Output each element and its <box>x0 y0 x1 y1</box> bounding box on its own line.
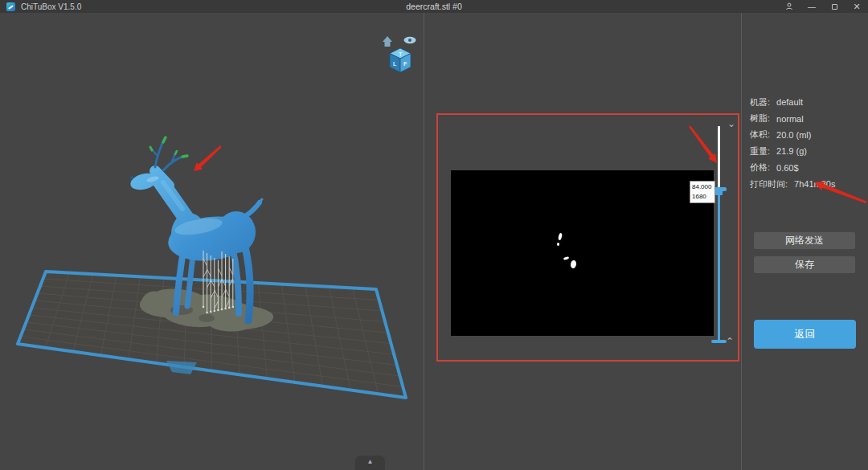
expand-triangle-icon: ▲ <box>367 458 374 465</box>
print-time-value: 7h41m30s <box>794 179 835 189</box>
resin-value: normal <box>776 114 804 124</box>
build-platform <box>18 272 406 398</box>
shadow-hole <box>199 314 215 322</box>
slice-region <box>570 260 577 268</box>
support-lattice[interactable] <box>203 251 234 313</box>
app-title: ChiTuBox V1.5.0 <box>21 2 81 11</box>
print-time-label: 打印时间: <box>750 178 788 190</box>
document-title: deercraft.stl #0 <box>406 0 461 13</box>
volume-value: 20.0 (ml) <box>776 130 811 140</box>
layer-slider-endcap <box>711 340 727 343</box>
slice-region <box>563 256 570 260</box>
print-info-panel: 机器: default 树脂: normal 体积: 20.0 (ml) 重量:… <box>750 94 835 192</box>
chevron-up-icon[interactable]: ⌃ <box>726 337 734 345</box>
maximize-icon <box>832 4 837 10</box>
slice-layer-image[interactable] <box>451 170 714 336</box>
slice-region <box>558 233 563 241</box>
panel-divider <box>424 13 424 470</box>
save-button[interactable]: 保存 <box>754 256 855 273</box>
deer-nose <box>130 176 133 179</box>
minimize-button[interactable]: — <box>800 0 823 13</box>
app-logo-icon <box>6 2 15 11</box>
weight-value: 21.9 (g) <box>776 146 807 156</box>
network-send-button[interactable]: 网络发送 <box>754 232 855 249</box>
info-row-weight: 重量: 21.9 (g) <box>750 143 835 159</box>
layer-slider-track-upper[interactable] <box>718 126 720 191</box>
cube-face-top-label: T <box>399 51 403 57</box>
maximize-button[interactable] <box>823 0 845 13</box>
weight-label: 重量: <box>750 145 770 157</box>
deer-antlers <box>150 137 187 170</box>
info-row-machine: 机器: default <box>750 94 835 110</box>
slider-value-tooltip: 84.000 1680 <box>690 181 715 203</box>
chevron-down-icon[interactable]: ⌄ <box>727 120 735 128</box>
back-button[interactable]: 返回 <box>754 320 856 349</box>
view-cube-widget[interactable]: T L F <box>378 31 423 80</box>
price-label: 价格: <box>750 161 770 174</box>
panel-divider <box>741 13 742 470</box>
slider-layer-value: 1680 <box>692 192 714 202</box>
title-bar: ChiTuBox V1.5.0 deercraft.stl #0 — ✕ <box>0 0 868 13</box>
info-row-volume: 体积: 20.0 (ml) <box>750 127 835 143</box>
user-account-button[interactable] <box>778 0 800 13</box>
eye-icon[interactable] <box>404 37 416 43</box>
home-icon[interactable] <box>383 36 392 47</box>
machine-label: 机器: <box>750 96 770 108</box>
info-row-resin: 树脂: normal <box>750 110 835 126</box>
resin-label: 树脂: <box>750 112 770 125</box>
price-value: 0.60$ <box>776 163 799 173</box>
expand-panel-button[interactable]: ▲ <box>355 456 385 470</box>
cube-face-left-label: L <box>393 61 397 67</box>
slice-region <box>557 243 559 246</box>
info-row-price: 价格: 0.60$ <box>750 160 835 176</box>
user-icon <box>785 2 793 10</box>
volume-label: 体积: <box>750 129 770 141</box>
cube-face-front-label: F <box>403 61 407 67</box>
machine-value: default <box>776 97 803 107</box>
platform-front-tab <box>166 361 197 374</box>
info-row-print-time: 打印时间: 7h41m30s <box>750 176 835 192</box>
layer-slider-track-lower[interactable] <box>718 191 720 342</box>
close-button[interactable]: ✕ <box>845 0 868 13</box>
view-cube[interactable]: T L F <box>390 48 411 72</box>
slider-height-value: 84.000 <box>692 182 714 192</box>
viewport-3d[interactable] <box>0 0 424 470</box>
